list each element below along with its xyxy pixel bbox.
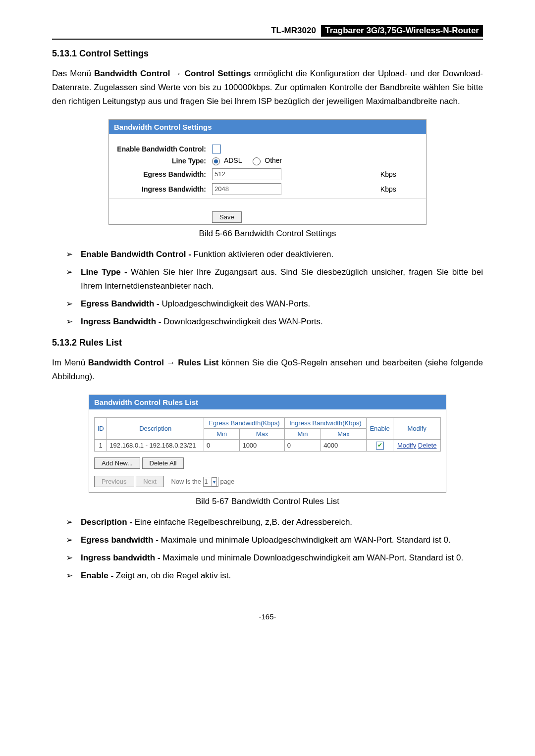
bullet-list: Enable Bandwidth Control - Funktion akti… [52, 248, 483, 329]
term: Egress bandwidth - [81, 535, 161, 545]
list-item: Enable - Zeigt an, ob die Regel aktiv is… [66, 569, 483, 583]
def: Eine einfache Regelbeschreibung, z,B. de… [135, 517, 352, 527]
def: Downloadgeschwindigkeit des WAN-Ports. [163, 317, 323, 326]
page-header: TL-MR3020 Tragbarer 3G/3,75G-Wireless-N-… [52, 25, 483, 40]
page-select[interactable]: 1 ▾ [203, 477, 218, 487]
page-label: page [220, 478, 234, 485]
page-number: -165- [52, 612, 483, 621]
def: Funktion aktivieren oder deaktivieren. [194, 250, 334, 259]
panel-title: Bandwidth Control Rules List [89, 395, 446, 409]
col-enable: Enable [366, 417, 393, 439]
col-max: Max [321, 428, 367, 439]
button-row: Add New... Delete All [94, 457, 441, 469]
ingress-bw-input[interactable]: 2048 [212, 183, 281, 195]
label-ingress-bw: Ingress Bandwidth: [109, 182, 209, 197]
radio-other-label: Other [265, 156, 282, 164]
radio-adsl[interactable] [212, 157, 220, 165]
label-egress-bw: Egress Bandwidth: [109, 167, 209, 182]
section-heading-rules-list: 5.13.2 Rules List [52, 338, 483, 348]
label-enable-bw: Enable Bandwidth Control: [109, 143, 209, 155]
bandwidth-rules-panel: Bandwidth Control Rules List ID Descript… [89, 395, 446, 493]
model-label: TL-MR3020 [271, 26, 316, 35]
page-select-value: 1 [205, 478, 208, 485]
def: Wählen Sie hier Ihre Zugangsart aus. Sin… [81, 267, 483, 291]
term: Ingress bandwidth - [81, 553, 162, 562]
col-id: ID [95, 417, 107, 439]
term: Line Type - [81, 267, 131, 277]
cell-emax: 1000 [240, 439, 284, 451]
list-item: Description - Eine einfache Regelbeschre… [66, 515, 483, 529]
term: Enable - [81, 571, 116, 580]
cell-description: 192.168.0.1 - 192.168.0.23/21 [107, 439, 204, 451]
table-row: 1 192.168.0.1 - 192.168.0.23/21 0 1000 0… [95, 439, 441, 451]
term: Enable Bandwidth Control - [81, 250, 194, 259]
rules-table: ID Description Egress Bandwidth(Kbps) In… [94, 417, 441, 452]
def: Zeigt an, ob die Regel aktiv ist. [116, 571, 231, 580]
document-page: TL-MR3020 Tragbarer 3G/3,75G-Wireless-N-… [0, 0, 535, 641]
term: Egress Bandwidth - [81, 299, 161, 308]
cell-emin: 0 [204, 439, 240, 451]
now-is-label: Now is the [171, 478, 201, 485]
add-new-button[interactable]: Add New... [94, 457, 140, 469]
unit-label: Kbps [377, 182, 426, 197]
list-item: Egress bandwidth - Maximale und minimale… [66, 533, 483, 547]
next-button[interactable]: Next [136, 476, 164, 487]
col-ingress: Ingress Bandwidth(Kbps) [284, 417, 366, 428]
modify-link[interactable]: Modify [397, 442, 416, 449]
cell-id: 1 [95, 439, 107, 451]
col-egress: Egress Bandwidth(Kbps) [204, 417, 285, 428]
bold-text: Bandwidth Control → Rules List [88, 358, 219, 367]
col-modify: Modify [393, 417, 441, 439]
col-min: Min [204, 428, 240, 439]
col-min: Min [284, 428, 321, 439]
text: Das Menü [52, 69, 94, 78]
enable-checkbox[interactable]: ✔ [376, 442, 384, 450]
chevron-down-icon: ▾ [212, 477, 217, 487]
term: Description - [81, 517, 135, 527]
delete-all-button[interactable]: Delete All [142, 457, 184, 469]
list-item: Ingress Bandwidth - Downloadgeschwindigk… [66, 315, 483, 329]
bullet-list: Description - Eine einfache Regelbeschre… [52, 515, 483, 583]
cell-modify: Modify Delete [393, 439, 441, 451]
previous-button[interactable]: Previous [94, 476, 134, 487]
product-tagline: Tragbarer 3G/3,75G-Wireless-N-Router [321, 25, 483, 37]
label-line-type: Line Type: [109, 155, 209, 166]
pagination-row: Previous Next Now is the 1 ▾ page [94, 476, 441, 487]
list-item: Line Type - Wählen Sie hier Ihre Zugangs… [66, 265, 483, 293]
paragraph: Das Menü Bandwidth Control → Control Set… [52, 67, 483, 108]
text: Im Menü [52, 358, 88, 367]
def: Maximale und minimale Downloadgeschwindi… [162, 553, 463, 562]
col-description: Description [107, 417, 204, 439]
figure-caption: Bild 5-66 Bandwidth Control Settings [52, 229, 483, 239]
cell-imax: 4000 [321, 439, 367, 451]
cell-imin: 0 [284, 439, 321, 451]
bandwidth-control-settings-panel: Bandwidth Control Settings Enable Bandwi… [108, 119, 427, 225]
radio-other[interactable] [253, 157, 261, 165]
def: Maximale und minimale Uploadgeschwindigk… [161, 535, 451, 545]
def: Uploadgeschwindigkeit des WAN-Ports. [161, 299, 310, 308]
delete-link[interactable]: Delete [418, 442, 437, 449]
radio-adsl-label: ADSL [224, 156, 242, 164]
list-item: Enable Bandwidth Control - Funktion akti… [66, 248, 483, 261]
enable-bw-checkbox[interactable] [212, 145, 221, 153]
unit-label: Kbps [377, 167, 426, 182]
bold-text: Bandwidth Control → Control Settings [94, 69, 251, 78]
save-button[interactable]: Save [212, 211, 242, 223]
panel-title: Bandwidth Control Settings [109, 120, 426, 134]
cell-enable: ✔ [366, 439, 393, 451]
paragraph: Im Menü Bandwidth Control → Rules List k… [52, 356, 483, 384]
list-item: Ingress bandwidth - Maximale und minimal… [66, 551, 483, 565]
list-item: Egress Bandwidth - Uploadgeschwindigkeit… [66, 297, 483, 311]
egress-bw-input[interactable]: 512 [212, 168, 281, 180]
section-heading-control-settings: 5.13.1 Control Settings [52, 49, 483, 59]
col-max: Max [240, 428, 284, 439]
term: Ingress Bandwidth - [81, 317, 163, 326]
settings-form: Enable Bandwidth Control: Line Type: ADS… [109, 143, 426, 197]
figure-caption: Bild 5-67 Bandwidth Control Rules List [52, 497, 483, 506]
